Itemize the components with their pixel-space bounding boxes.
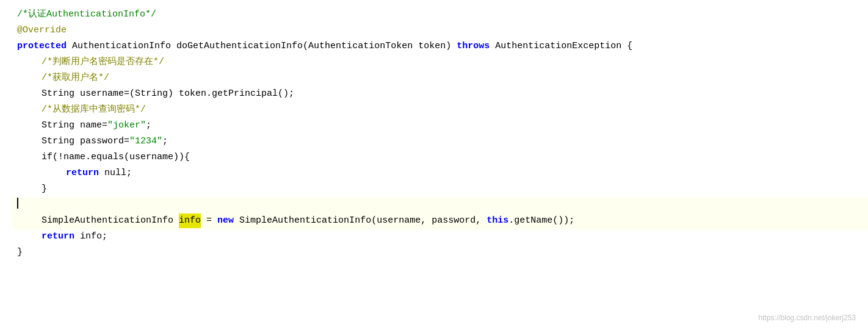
code-line-8: String name="joker"; (12, 118, 868, 134)
assign-new: = (201, 213, 217, 228)
comment-query-db: /*从数据库中查询密码*/ (42, 102, 146, 117)
keyword-protected: protected (17, 39, 67, 54)
space3 (451, 39, 457, 54)
close-brace-if: } (42, 182, 47, 196)
keyword-return-2: return (42, 229, 74, 244)
get-name-call: .getName()); (508, 213, 574, 228)
simple-auth-decl: SimpleAuthenticationInfo (42, 213, 179, 228)
info-highlight: info (179, 213, 201, 228)
code-line-11: return null; (12, 166, 868, 182)
code-line-16: } (12, 245, 868, 261)
keyword-new: new (217, 213, 234, 228)
space1 (67, 39, 72, 54)
string-joker-value: "joker" (107, 118, 146, 133)
exception-type: AuthenticationException { (495, 39, 632, 54)
comment-check-user: /*判断用户名密码是否存在*/ (42, 55, 164, 70)
semicolon-1: ; (146, 118, 151, 133)
simple-auth-constructor: SimpleAuthenticationInfo(username, passw… (234, 213, 486, 228)
space2 (171, 39, 176, 54)
string-name-decl: String name= (42, 118, 107, 133)
code-line-5: /*获取用户名*/ (12, 71, 868, 87)
comment-get-username: /*获取用户名*/ (42, 71, 109, 85)
code-line-10: if(!name.equals(username)){ (12, 150, 868, 166)
keyword-this: this (486, 213, 508, 228)
code-line-15: return info; (12, 229, 868, 245)
code-line-9: String password="1234"; (12, 134, 868, 150)
code-line-1: /*认证AuthenticationInfo*/ (12, 7, 868, 23)
code-line-4: /*判断用户名密码是否存在*/ (12, 55, 868, 71)
code-line-6: String username=(String) token.getPrinci… (12, 87, 868, 102)
keyword-return-1: return (66, 166, 99, 181)
if-statement: if(!name.equals(username)){ (42, 150, 190, 165)
space4 (490, 39, 495, 54)
code-line-13 (12, 198, 868, 213)
watermark: https://blog.csdn.net/jokerj253 (759, 312, 856, 324)
string-password-decl: String password= (42, 134, 129, 149)
type-authinfo: AuthenticationInfo (72, 39, 171, 54)
keyword-throws: throws (457, 39, 490, 54)
annotation-override: @Override (17, 23, 67, 38)
comment-auth: /*认证AuthenticationInfo*/ (17, 7, 156, 22)
code-line-14: SimpleAuthenticationInfo info = new Simp… (12, 213, 868, 229)
code-line-7: /*从数据库中查询密码*/ (12, 102, 868, 118)
null-value: null; (99, 166, 132, 181)
code-line-12: } (12, 182, 868, 198)
code-line-3: protected AuthenticationInfo doGetAuthen… (12, 39, 868, 55)
text-cursor (17, 198, 18, 209)
method-name: doGetAuthenticationInfo(AuthenticationTo… (176, 39, 451, 54)
code-editor: /*认证AuthenticationInfo*/ @Override prote… (0, 0, 868, 330)
close-brace-method: } (17, 245, 23, 260)
semicolon-2: ; (162, 134, 168, 149)
type-string-1: String username=(String) token.getPrinci… (42, 87, 294, 101)
return-info-value: info; (74, 229, 107, 244)
code-line-2: @Override (12, 23, 868, 39)
string-1234-value: "1234" (129, 134, 162, 149)
